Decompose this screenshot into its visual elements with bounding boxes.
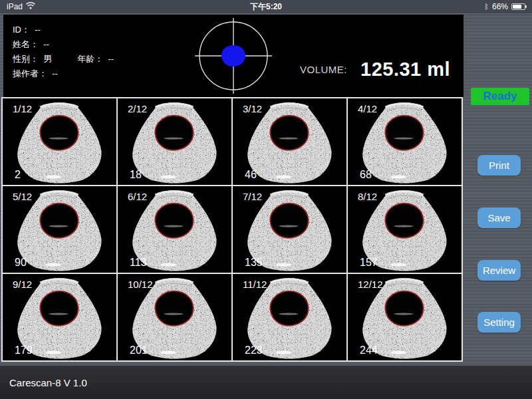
review-button[interactable]: Review [477, 260, 521, 281]
status-bar: iPad 下午5:20 ᛒ 66% [0, 0, 532, 13]
frame-depth-value: 244 [360, 344, 378, 356]
patient-name-row: 姓名： -- [13, 37, 114, 52]
scan-thumbnail-cell[interactable]: 1/12 2 [3, 98, 116, 185]
scan-thumbnail-cell[interactable]: 7/12 135 [233, 186, 346, 273]
main-area: ID： -- 姓名： -- 性别： 男年龄： -- 操作者： -- VOLUME… [0, 13, 532, 366]
frame-index-label: 7/12 [243, 191, 262, 202]
app-version-label: Carescan-8 V 1.0 [9, 377, 87, 388]
save-button[interactable]: Save [477, 207, 521, 228]
scan-thumbnail-cell[interactable]: 5/12 90 [3, 186, 116, 273]
frame-depth-value: 223 [245, 344, 263, 356]
status-time: 下午5:20 [0, 1, 532, 13]
scan-thumbnail-grid: 1/12 2 2/12 18 3/12 46 4/12 68 5/12 90 6 [1, 97, 463, 362]
frame-depth-value: 135 [245, 257, 263, 269]
frame-index-label: 3/12 [243, 103, 262, 114]
battery-percent: 66% [492, 2, 508, 11]
frame-index-label: 9/12 [13, 279, 32, 290]
patient-id-row: ID： -- [13, 23, 114, 37]
scan-thumbnail-cell[interactable]: 3/12 46 [233, 98, 346, 185]
volume-value: 125.31 ml [360, 59, 450, 80]
exam-header-panel: ID： -- 姓名： -- 性别： 男年龄： -- 操作者： -- VOLUME… [3, 15, 464, 97]
print-button[interactable]: Print [477, 155, 521, 176]
scan-thumbnail-cell[interactable]: 9/12 179 [3, 274, 116, 360]
scan-thumbnail-cell[interactable]: 11/12 223 [233, 274, 346, 360]
frame-index-label: 8/12 [358, 191, 377, 202]
frame-index-label: 1/12 [13, 103, 32, 114]
frame-index-label: 6/12 [128, 191, 147, 202]
scan-thumbnail-cell[interactable]: 2/12 18 [118, 98, 231, 185]
scan-thumbnail-cell[interactable]: 12/12 244 [348, 274, 462, 360]
scan-thumbnail-cell[interactable]: 6/12 113 [118, 186, 231, 273]
patient-info: ID： -- 姓名： -- 性别： 男年龄： -- 操作者： -- [13, 23, 114, 81]
bluetooth-icon: ᛒ [484, 3, 489, 11]
frame-depth-value: 157 [360, 257, 378, 269]
scan-thumbnail-cell[interactable]: 8/12 157 [348, 186, 462, 273]
frame-depth-value: 68 [360, 169, 372, 181]
frame-depth-value: 179 [15, 344, 33, 356]
ready-status-badge: Ready [471, 88, 529, 105]
target-dot [221, 45, 245, 66]
frame-depth-value: 2 [15, 169, 21, 181]
battery-fill [513, 5, 521, 9]
operator-row: 操作者： -- [13, 66, 114, 81]
volume-readout: VOLUME: 125.31 ml [300, 59, 450, 80]
frame-depth-value: 201 [130, 344, 148, 356]
frame-depth-value: 18 [130, 169, 142, 181]
patient-gender-age-row: 性别： 男年龄： -- [13, 52, 114, 66]
wifi-icon [26, 2, 35, 11]
scan-thumbnail-cell[interactable]: 4/12 68 [348, 98, 462, 185]
frame-depth-value: 113 [130, 257, 147, 269]
volume-label: VOLUME: [300, 64, 347, 75]
device-label: iPad [7, 2, 23, 11]
frame-index-label: 4/12 [358, 103, 377, 114]
scan-thumbnail-cell[interactable]: 10/12 201 [118, 274, 231, 360]
frame-index-label: 2/12 [128, 103, 147, 114]
frame-index-label: 12/12 [358, 279, 383, 290]
frame-index-label: 10/12 [128, 279, 153, 290]
crosshair-target-icon [191, 15, 277, 97]
frame-depth-value: 90 [15, 257, 27, 269]
battery-icon [511, 3, 525, 10]
frame-index-label: 5/12 [13, 191, 32, 202]
setting-button[interactable]: Setting [477, 312, 521, 332]
frame-index-label: 11/12 [243, 279, 267, 290]
footer-bar: Carescan-8 V 1.0 [0, 366, 532, 399]
frame-depth-value: 46 [245, 169, 257, 181]
